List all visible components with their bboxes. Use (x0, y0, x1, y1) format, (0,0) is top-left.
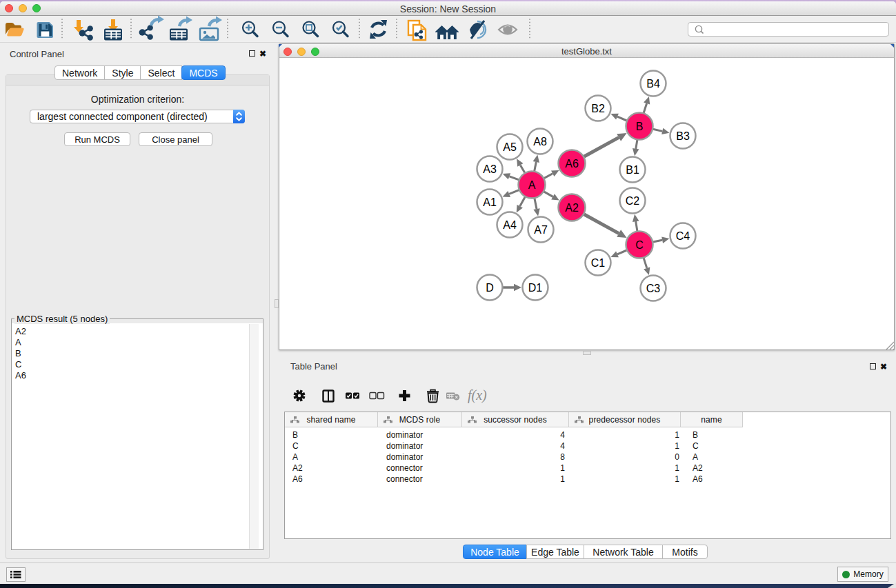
svg-text:D1: D1 (528, 282, 543, 294)
svg-text:B1: B1 (626, 164, 639, 176)
svg-text:A8: A8 (533, 136, 547, 148)
svg-text:B4: B4 (646, 78, 660, 90)
svg-text:A5: A5 (503, 141, 517, 153)
svg-text:A1: A1 (483, 196, 497, 208)
svg-text:C2: C2 (626, 195, 640, 207)
svg-text:A6: A6 (565, 158, 579, 170)
svg-text:C: C (635, 239, 644, 251)
svg-text:A7: A7 (534, 224, 548, 236)
svg-text:A2: A2 (565, 202, 579, 214)
svg-text:C3: C3 (646, 283, 661, 294)
svg-text:B2: B2 (591, 103, 605, 114)
svg-text:B3: B3 (676, 130, 690, 142)
svg-text:f(x): f(x) (468, 387, 487, 403)
svg-text:D: D (486, 282, 494, 294)
svg-text:A4: A4 (503, 219, 517, 231)
svg-text:A3: A3 (483, 163, 497, 175)
svg-text:C1: C1 (591, 257, 606, 269)
svg-text:A: A (528, 179, 536, 191)
svg-text:B: B (636, 121, 644, 132)
svg-text:C4: C4 (676, 230, 690, 242)
